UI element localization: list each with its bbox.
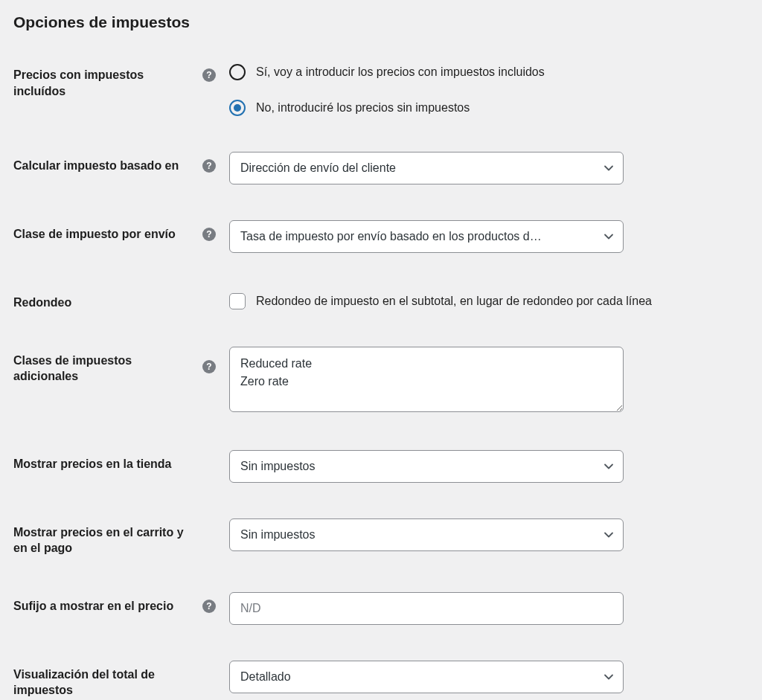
row-calculate-based-on: Calcular impuesto basado en ? Dirección … — [13, 152, 749, 184]
help-icon[interactable]: ? — [202, 159, 216, 173]
select-cart-display[interactable]: Sin impuestos — [229, 518, 624, 551]
row-additional-tax-classes: Clases de impuestos adicionales ? — [13, 347, 749, 414]
checkbox-rounding[interactable] — [229, 293, 246, 309]
label-shipping-tax-class: Clase de impuesto por envío — [13, 226, 195, 243]
label-rounding: Redondeo — [13, 295, 195, 311]
select-shipping-tax-class[interactable]: Tasa de impuesto por envío basado en los… — [229, 220, 624, 253]
radio-label-yes: Sí, voy a introducir los precios con imp… — [256, 65, 545, 79]
label-additional-tax-classes: Clases de impuestos adicionales — [13, 353, 195, 385]
label-prices-with-tax: Precios con impuestos incluídos — [13, 67, 195, 99]
textarea-additional-tax-classes[interactable] — [229, 347, 624, 412]
label-cart-display: Mostrar precios en el carrito y en el pa… — [13, 524, 195, 556]
row-shipping-tax-class: Clase de impuesto por envío ? Tasa de im… — [13, 220, 749, 253]
help-icon[interactable]: ? — [202, 360, 216, 373]
radio-option-no[interactable]: No, introduciré los precios sin impuesto… — [229, 100, 749, 116]
select-calculate-based-on[interactable]: Dirección de envío del cliente — [229, 152, 624, 184]
section-heading: Opciones de impuestos — [13, 13, 749, 31]
select-tax-total-display[interactable]: Detallado — [229, 661, 624, 693]
help-icon[interactable]: ? — [202, 228, 216, 241]
radio-group-prices-with-tax: Sí, voy a introducir los precios con imp… — [229, 61, 749, 116]
row-prices-with-tax: Precios con impuestos incluídos ? Sí, vo… — [13, 61, 749, 116]
row-rounding: Redondeo Redondeo de impuesto en el subt… — [13, 289, 749, 311]
help-icon[interactable]: ? — [202, 68, 216, 82]
row-tax-total-display: Visualización del total de impuestos Det… — [13, 661, 749, 699]
label-shop-display: Mostrar precios en la tienda — [13, 456, 195, 472]
row-shop-display: Mostrar precios en la tienda Sin impuest… — [13, 450, 749, 483]
label-calculate-based-on: Calcular impuesto basado en — [13, 158, 195, 174]
radio-option-yes[interactable]: Sí, voy a introducir los precios con imp… — [229, 64, 749, 80]
label-price-suffix: Sufijo a mostrar en el precio — [13, 598, 195, 614]
radio-circle-no — [229, 100, 246, 116]
label-tax-total-display: Visualización del total de impuestos — [13, 667, 195, 699]
row-cart-display: Mostrar precios en el carrito y en el pa… — [13, 518, 749, 556]
select-shop-display[interactable]: Sin impuestos — [229, 450, 624, 483]
row-price-suffix: Sufijo a mostrar en el precio ? — [13, 592, 749, 625]
radio-circle-yes — [229, 64, 246, 80]
help-icon[interactable]: ? — [202, 600, 216, 613]
input-price-suffix[interactable] — [229, 592, 624, 625]
checkbox-label-rounding: Redondeo de impuesto en el subtotal, en … — [256, 295, 652, 308]
radio-label-no: No, introduciré los precios sin impuesto… — [256, 101, 470, 115]
